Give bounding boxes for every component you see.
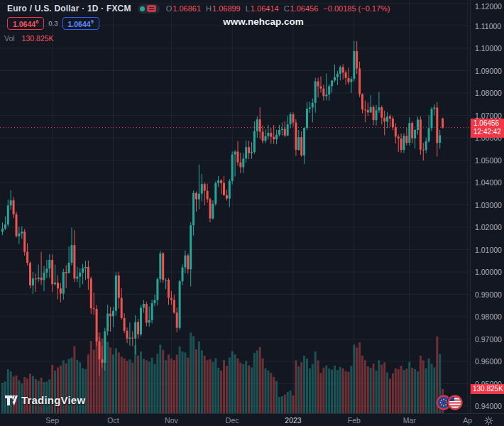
price-axis-label: 1.10000	[475, 44, 502, 53]
current-price-badge[interactable]: 1.06456 12:42:42	[471, 119, 504, 138]
buy-ask-button[interactable]: 1.06449	[62, 17, 99, 30]
tradingview-logo[interactable]: TradingView	[5, 394, 85, 406]
time-axis-label: Dec	[226, 416, 239, 425]
time-axis-label: Mar	[403, 416, 416, 425]
price-axis-label: 1.04000	[475, 178, 502, 187]
time-axis-label: Feb	[348, 416, 361, 425]
tradingview-app: { "header": { "symbol_title": "Euro / U.…	[0, 0, 504, 426]
grid-lines	[0, 0, 470, 413]
time-axis-label: Ap	[463, 416, 472, 425]
price-axis-label: 1.05000	[475, 156, 502, 165]
current-volume-badge: 130.825K	[471, 384, 504, 394]
symbol-title[interactable]: Euro / U.S. Dollar · 1D · FXCM	[7, 4, 131, 13]
time-axis-label: Nov	[165, 416, 178, 425]
event-flags[interactable]	[433, 393, 466, 415]
time-axis-label: Sep	[45, 416, 59, 425]
volume-indicator-label[interactable]: Vol	[4, 34, 15, 43]
source-menu-icon	[147, 5, 156, 12]
price-axis-label: 0.98000	[475, 312, 502, 321]
sell-bid-button[interactable]: 1.06446	[7, 17, 44, 30]
ohlc-values: O 1.06861 H 1.06899 L 1.06414 C 1.06456 …	[166, 4, 390, 13]
price-axis-label: 1.01000	[475, 246, 502, 254]
candlesticks	[1, 41, 444, 376]
chart-canvas[interactable]: Euro / U.S. Dollar · 1D · FXCM O 1.06861…	[0, 0, 470, 413]
visibility-toggle-icon	[140, 6, 145, 11]
chart-legend: Euro / U.S. Dollar · 1D · FXCM O 1.06861…	[7, 4, 390, 43]
gear-icon[interactable]	[484, 416, 493, 425]
price-axis-label: 1.11000	[475, 22, 501, 31]
time-axis-label: Oct	[107, 416, 119, 425]
price-axis-label: 1.02000	[475, 223, 502, 231]
price-axis-label: 1.12000	[475, 2, 502, 11]
price-axis-label: 0.99000	[475, 290, 502, 299]
candlestick-chart[interactable]	[0, 0, 470, 413]
time-axis[interactable]: SepOctNovDec2023FebMarAp	[0, 413, 504, 426]
high-label: H	[206, 4, 212, 13]
low-label: L	[246, 4, 250, 13]
price-axis-label: 1.00000	[475, 268, 502, 276]
price-axis-label: 1.09000	[475, 67, 502, 75]
current-price-value: 1.06456	[473, 119, 504, 129]
price-axis-label: 0.94000	[475, 402, 502, 410]
high-value: 1.06899	[212, 4, 241, 13]
open-value: 1.06861	[172, 4, 201, 13]
price-axis-label: 0.97000	[475, 335, 502, 344]
price-axis[interactable]: 1.06456 12:42:42 130.825K 1.120001.11000…	[470, 0, 504, 413]
price-axis-label: 0.96000	[475, 357, 502, 366]
open-label: O	[166, 4, 172, 13]
bar-countdown: 12:42:42	[473, 128, 504, 137]
volume-indicator-value: 130.825K	[22, 34, 54, 43]
tradingview-logo-icon	[5, 395, 18, 406]
us-flag-icon	[447, 395, 464, 411]
price-axis-label: 1.03000	[475, 201, 502, 209]
close-label: C	[284, 4, 290, 13]
price-axis-label: 1.08000	[475, 89, 502, 97]
close-value: 1.06456	[290, 4, 319, 13]
spread-value: 0.3	[48, 19, 57, 27]
visibility-toggle[interactable]	[138, 4, 160, 13]
low-value: 1.06414	[251, 4, 279, 13]
change-value: −0.00185 (−0.17%)	[323, 4, 390, 13]
time-axis-label: 2023	[285, 416, 301, 425]
tradingview-logo-text: TradingView	[21, 394, 85, 406]
